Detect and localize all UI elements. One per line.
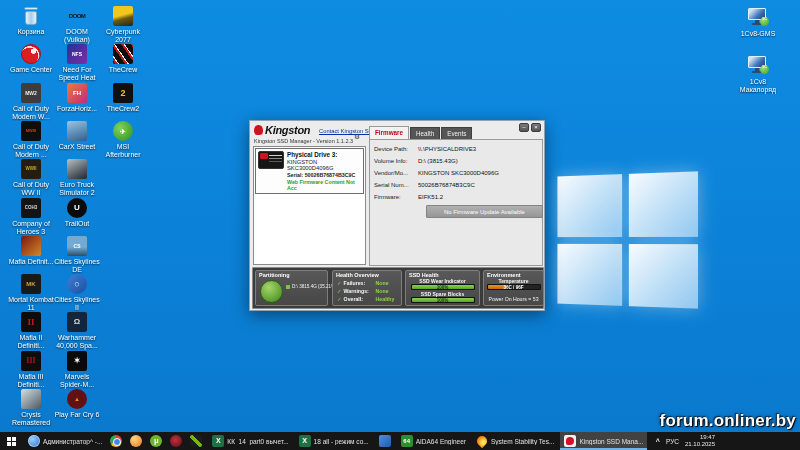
field-label: Device Path:	[374, 146, 418, 158]
desktop-icon-label: Cities Skylines DE	[54, 258, 100, 274]
health-label: Overall:	[344, 296, 374, 302]
desktop-icon-thecrew2[interactable]: 2TheCrew2	[100, 83, 146, 113]
need-for-speed-heat-icon: NFS	[67, 44, 87, 64]
device-serial: Serial: 50026B76874B3C9C	[287, 172, 361, 178]
desktop-icon-msi-afterburner[interactable]: ✈MSI Afterburner	[100, 121, 146, 159]
field-label: Vendor/Mo...	[374, 170, 418, 182]
tray-time: 19:47	[685, 434, 715, 441]
desktop-icon-play-far-cry-6[interactable]: ▲Play Far Cry 6	[54, 389, 100, 419]
taskbar-button-bluedoc[interactable]	[375, 432, 395, 450]
quicklaunch-nvidia[interactable]	[186, 432, 206, 450]
temperature-value: 36C / 96F	[488, 285, 540, 289]
quicklaunch-chrome[interactable]	[106, 432, 126, 450]
desktop-icon-label: Crysis Remastered	[8, 411, 54, 427]
desktop-icon-label: Cyberpunk 2077	[100, 28, 146, 44]
settings-gear-icon[interactable]: ⚙	[354, 133, 360, 141]
desktop-icon-thecrew[interactable]: TheCrew	[100, 44, 146, 74]
desktop-icon-cyberpunk-2077[interactable]: Cyberpunk 2077	[100, 6, 146, 44]
desktop-icon-mafia-definit[interactable]: Mafia Definit...	[8, 236, 54, 266]
desktop-icon-mafia-iii-definiti[interactable]: IIIMafia III Definiti...	[8, 351, 54, 389]
marvels-spider-m-icon: ✶	[67, 351, 87, 371]
euro-truck-simulator-2-icon	[67, 159, 87, 179]
taskbar-button-кк-14-part0-вычет[interactable]: XКК_14_part0 вычет...	[208, 432, 292, 450]
desktop-icon-label: Mafia II Definiti...	[8, 334, 54, 350]
tab-health[interactable]: Health	[410, 127, 440, 139]
taskbar-button-label: 18 all - режим со...	[314, 438, 369, 445]
device-list[interactable]: Physical Drive 3: KINGSTON SKC3000D4096G…	[253, 146, 366, 265]
desktop-icon-label: Call of Duty Modern W...	[8, 105, 54, 121]
check-icon: ✓	[337, 280, 342, 286]
monitor1c-icon: 1С	[747, 8, 769, 28]
desktop-icon-label: Play Far Cry 6	[54, 411, 100, 419]
desktop-icon-label: Game Center	[8, 66, 54, 74]
desktop-icon-marvels-spider-m[interactable]: ✶Marvels Spider-M...	[54, 351, 100, 389]
taskbar-button-kingston-ssd-mana[interactable]: Kingston SSD Mana...	[560, 432, 647, 450]
forzahoriz-icon: FH	[67, 83, 87, 103]
kingston-head-icon	[254, 125, 263, 135]
desktop-icon-1cv8-макапоряд[interactable]: 1С1Cv8 Макапоряд	[735, 56, 781, 94]
quicklaunch-redapp[interactable]	[166, 432, 186, 450]
desktop-icon-call-of-duty-ww-ii[interactable]: WWIICall of Duty WW II	[8, 159, 54, 197]
field-value: KINGSTON SKC3000D4096G	[418, 170, 499, 182]
flame-icon	[475, 434, 489, 448]
partition-legend: D:\ 3815.4G (35.21%)	[286, 284, 337, 289]
desktop-icon-call-of-duty-modern-w[interactable]: MW2Call of Duty Modern W...	[8, 83, 54, 121]
desktop-icon-1cv8-gms[interactable]: 1С1Cv8-GMS	[735, 8, 781, 38]
desktop-icon-euro-truck-simulator-2[interactable]: Euro Truck Simulator 2	[54, 159, 100, 197]
desktop-icon-mortal-kombat-11[interactable]: MKMortal Kombat 11	[8, 274, 54, 312]
environment-panel: Environment Temperature 36C / 96F Power …	[483, 270, 544, 306]
desktop-icon-label: TrailOut	[54, 220, 100, 228]
call-of-duty-modern-icon: MWIII	[21, 121, 41, 141]
desktop-icon-warhammer-40-000-spa[interactable]: ΩWarhammer 40,000 Spa...	[54, 312, 100, 350]
check-icon: ✓	[337, 296, 342, 302]
desktop-icon-crysis-remastered[interactable]: Crysis Remastered	[8, 389, 54, 427]
language-indicator[interactable]: РУС	[666, 438, 679, 445]
desktop-icon-carx-street[interactable]: CarX Street	[54, 121, 100, 151]
firmware-update-button[interactable]: No Firmware Update Available	[426, 205, 543, 218]
close-button[interactable]: ×	[531, 123, 541, 132]
minimize-button[interactable]: –	[519, 123, 529, 132]
mafia-ii-definiti-icon: II	[21, 312, 41, 332]
temperature-bar: 36C / 96F	[487, 284, 541, 290]
desktop-icon-game-center[interactable]: Game Center	[8, 44, 54, 74]
device-item[interactable]: Physical Drive 3: KINGSTON SKC3000D4096G…	[255, 148, 364, 194]
clock[interactable]: 19:47 21.10.2025	[685, 434, 715, 448]
tab-firmware[interactable]: Firmware	[369, 126, 409, 139]
tray-chevron-icon[interactable]: ^	[656, 438, 660, 445]
desktop-icon-need-for-speed-heat[interactable]: NFSNeed For Speed Heat	[54, 44, 100, 82]
desktop-icon-cities-skylines-de[interactable]: CSCities Skylines DE	[54, 236, 100, 274]
quicklaunch-orange[interactable]	[126, 432, 146, 450]
doom-icon: DOOM	[67, 6, 87, 26]
carx-street-icon	[67, 121, 87, 141]
warhammer-40-000-spa-icon: Ω	[67, 312, 87, 332]
kingston-ssd-manager-window: Kingston Contact Kingston Support Kingst…	[249, 120, 545, 311]
device-title: Physical Drive 3:	[287, 151, 361, 158]
desktop-icon-doom-vulkan[interactable]: DOOMDOOM (Vulkan)	[54, 6, 100, 44]
mafia-iii-definiti-icon: III	[21, 351, 41, 371]
desktop-icon-company-of-heroes-3[interactable]: COH3Company of Heroes 3	[8, 198, 54, 236]
desktop-icon-label: Mortal Kombat 11	[8, 296, 54, 312]
desktop-icon-label: Warhammer 40,000 Spa...	[54, 334, 100, 350]
field-label: Serial Num...	[374, 182, 418, 194]
desktop-icon-mafia-ii-definiti[interactable]: IIMafia II Definiti...	[8, 312, 54, 350]
desktop-icon-trailout[interactable]: UTrailOut	[54, 198, 100, 228]
desktop-icon-forzahoriz[interactable]: FHForzaHoriz...	[54, 83, 100, 113]
health-overview-panel: Health Overview ✓Failures:None ✓Warnings…	[332, 270, 402, 306]
tab-events[interactable]: Events	[441, 127, 472, 139]
cyberpunk-2077-icon	[113, 6, 133, 26]
taskbar-button-aida64-engineer[interactable]: 64AIDA64 Engineer	[397, 432, 470, 450]
desktop-icon-корзина[interactable]: Корзина	[8, 6, 54, 36]
gamecenter-icon	[21, 44, 41, 64]
tab-bar: Firmware Health Events	[369, 127, 473, 139]
recycle-icon	[23, 6, 39, 26]
desktop-icon-call-of-duty-modern[interactable]: MWIIICall of Duty Modern ...	[8, 121, 54, 159]
taskbar-button-label: System Stability Tes...	[491, 438, 554, 445]
taskbar-button-label: AIDA64 Engineer	[416, 438, 466, 445]
start-button[interactable]	[0, 432, 22, 450]
quicklaunch-utorrent[interactable]: µ	[146, 432, 166, 450]
company-of-heroes-3-icon: COH3	[21, 198, 41, 218]
desktop-icon-cities-skylines-ii[interactable]: ○Cities Skylines II	[54, 274, 100, 312]
taskbar-button-администратор[interactable]: Администратор^ -...	[24, 432, 106, 450]
taskbar-button-18-all-режим-со[interactable]: X18 all - режим со...	[295, 432, 373, 450]
taskbar-button-system-stability-tes[interactable]: System Stability Tes...	[472, 432, 558, 450]
